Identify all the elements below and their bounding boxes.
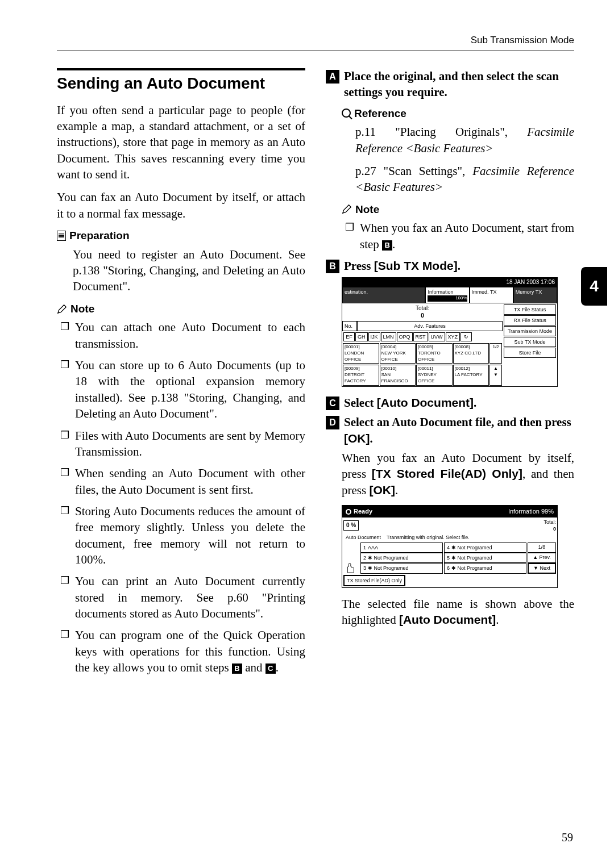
step-3: C Select [Auto Document]. [326, 395, 574, 411]
tx-stored-file-only-button[interactable]: TX Stored File(AD) Only [343, 575, 405, 586]
reference-2: p.27 "Scan Settings", Facsimile Referenc… [355, 163, 574, 195]
step4-a: Select an Auto Document file, and then p… [344, 415, 571, 429]
reference-heading: Reference [342, 106, 574, 121]
ss2-scale: 0 % [343, 520, 359, 531]
ss1-dest[interactable]: [00011]SYDNEY OFFICE [416, 365, 453, 385]
ss1-date: 18 JAN 2003 17:06 [506, 278, 555, 286]
note-item: You can attach one Auto Document to each… [60, 319, 305, 352]
after-text: The selected file name is shown above th… [342, 596, 574, 628]
ss1-dest[interactable]: [00012]LA FACTORY [453, 365, 489, 385]
ss1-dest[interactable]: [00010]SAN FRANCISCO [380, 365, 416, 385]
step-number-icon: B [326, 260, 339, 273]
ss2-prev-button[interactable]: ▲ Prev. [528, 553, 556, 563]
ss2-total-label: Total: [544, 519, 556, 525]
auto-document-label: [Auto Document] [377, 396, 474, 409]
note-list-right: When you fax an Auto Document, start fro… [345, 220, 574, 252]
reference-label: Reference [354, 106, 406, 121]
note-item: When sending an Auto Document with other… [60, 465, 305, 498]
ss2-file-5[interactable]: 5✱ Not Programed [444, 553, 526, 563]
ready-indicator: Ready [346, 507, 372, 516]
ok-label-2: [OK] [369, 483, 395, 496]
note-list: You can attach one Auto Document to each… [60, 319, 305, 675]
ss1-switch-icon[interactable]: ↻ [460, 332, 472, 341]
transmission-mode-button[interactable]: Transmission Mode [504, 326, 556, 336]
note-item: You can print an Auto Document currently… [60, 573, 305, 621]
right-column: A Place the original, and then select th… [326, 68, 574, 681]
ss1-dest[interactable]: [00005]TORONTO OFFICE [416, 343, 453, 364]
intro-para-1: If you often send a particular page to p… [57, 102, 305, 183]
store-file-button[interactable]: Store File [504, 348, 556, 358]
and-word: and [242, 661, 265, 674]
pencil-icon [57, 304, 67, 314]
ss1-dest[interactable]: [00004]NEW YORK OFFICE [380, 343, 416, 364]
step-number-icon: D [326, 416, 339, 429]
sub-tx-mode-button[interactable]: Sub TX Mode [504, 337, 556, 347]
step4-c: . [370, 432, 373, 445]
ss1-key-row: EF GH IJK LMN OPQ RST UVW XYZ ↻ [342, 331, 503, 343]
ss1-total-value: 0 [421, 312, 424, 319]
ss1-scroll[interactable]: ▲▼ [489, 365, 502, 385]
ss1-key[interactable]: RST [413, 332, 428, 341]
step-2: B Press [Sub TX Mode]. [326, 258, 574, 274]
magnifier-icon [342, 108, 351, 118]
ss2-mem: 99% [541, 508, 554, 515]
ss2-file-4[interactable]: 4✱ Not Programed [444, 542, 526, 553]
ss1-adv-features[interactable]: Adv. Features [357, 321, 503, 331]
ss1-key[interactable]: XYZ [446, 332, 460, 341]
step3-a: Select [344, 396, 377, 410]
preparation-label: Preparation [69, 228, 130, 243]
step-number-icon: C [326, 397, 339, 410]
step2-a: Press [344, 259, 374, 273]
step-number-icon: A [326, 70, 339, 84]
ss2-info: Information [508, 508, 540, 515]
preparation-heading: Preparation [57, 228, 305, 243]
ss1-key[interactable]: GH [355, 332, 368, 341]
ss1-dest-row2: [00009]DETROIT FACTORY [00010]SAN FRANCI… [342, 364, 503, 386]
ss1-info: Information [428, 289, 453, 295]
ss1-dest[interactable]: [00009]DETROIT FACTORY [343, 365, 379, 385]
ss2-auto-document: Auto Document [343, 533, 383, 542]
ss1-key[interactable]: UVW [429, 332, 445, 341]
step-3-ref-icon: C [265, 663, 276, 674]
ss1-mem: 100% [428, 295, 467, 302]
screen-capture-2: Ready Information 99% 0 % Total: 0 Auto … [342, 505, 558, 588]
step-1-text: Place the original, and then select the … [344, 68, 574, 101]
ss1-key[interactable]: EF [343, 332, 355, 341]
auto-document-highlight-label: [Auto Document] [399, 613, 496, 626]
note-item: You can store up to 6 Auto Documents (up… [60, 357, 305, 422]
ss1-key[interactable]: OPQ [397, 332, 413, 341]
rx-file-status-button[interactable]: RX File Status [504, 315, 556, 326]
ss1-no: No. [342, 321, 357, 331]
ss2-file-6[interactable]: 6✱ Not Programed [444, 563, 526, 573]
tx-stored-file-label: [TX Stored File(AD) Only] [372, 467, 522, 480]
note-item: Files with Auto Documents are sent by Me… [60, 428, 305, 460]
left-column: Sending an Auto Document If you often se… [57, 68, 305, 681]
ss1-dest[interactable]: [00001]LONDON OFFICE [343, 343, 379, 364]
note-heading: Note [57, 302, 305, 316]
ss1-side-buttons: TX File Status RX File Status Transmissi… [503, 303, 557, 386]
ss2-file-3[interactable]: 3✱ Not Programed [360, 563, 443, 573]
preparation-body: You need to register an Auto Document. S… [73, 247, 305, 295]
ready-label: Ready [354, 508, 372, 515]
reference-1: p.11 "Placing Originals", Facsimile Refe… [355, 124, 574, 156]
ss2-file-2[interactable]: 2✱ Not Programed [360, 553, 443, 563]
step-2-ref-icon: B [232, 663, 242, 674]
ss1-immed-tx[interactable]: Immed. TX [470, 287, 513, 303]
ss2-file-1[interactable]: 1AAA [360, 542, 443, 553]
ss1-key[interactable]: LMN [381, 332, 396, 341]
page-header: Sub Transmission Mode [57, 34, 574, 51]
step-2-ref-icon: B [382, 240, 392, 251]
step-4-body: When you fax an Auto Document by itself,… [342, 450, 574, 498]
step-3-text: Select [Auto Document]. [344, 395, 476, 411]
ss2-next-button[interactable]: ▼ Next [528, 563, 556, 573]
tx-file-status-button[interactable]: TX File Status [504, 304, 556, 315]
step2-c: . [458, 259, 460, 273]
ss1-key[interactable]: IJK [368, 332, 380, 341]
note-tail: . [276, 661, 279, 674]
chapter-tab: 4 [581, 267, 607, 306]
ss1-dest[interactable]: [00008]XYZ CO.LTD [453, 343, 489, 364]
intro-para-2: You can fax an Auto Document by itself, … [57, 189, 305, 222]
step-4-text: Select an Auto Document file, and then p… [344, 414, 574, 446]
ss1-memory-tx[interactable]: Memory TX [513, 287, 557, 303]
ss1-destination: estination. [342, 287, 425, 303]
